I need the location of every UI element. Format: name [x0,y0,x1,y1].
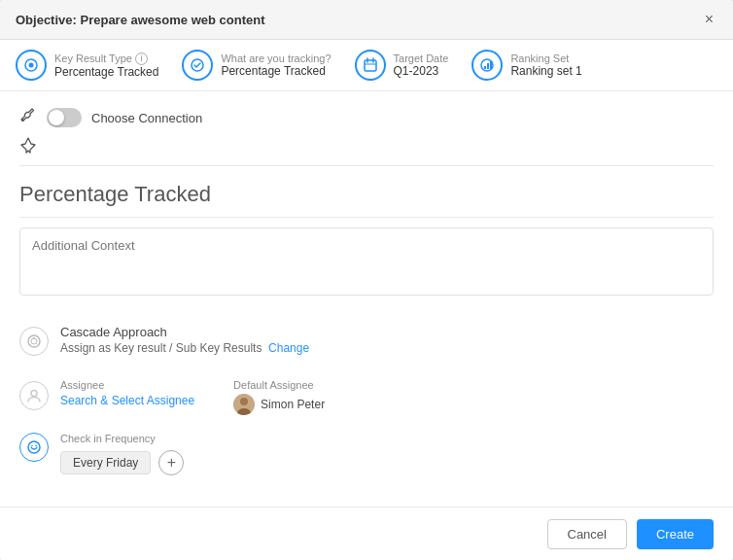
modal-footer: Cancel Create [0,507,733,560]
checkin-frequency-badge: Every Friday [60,451,151,474]
additional-context-input[interactable] [19,228,714,296]
assignee-cols: Assignee Search & Select Assignee Defaul… [60,379,325,415]
connection-label: Choose Connection [91,111,202,125]
cascade-icon [19,327,49,356]
svg-point-11 [33,337,35,339]
search-select-assignee-link[interactable]: Search & Select Assignee [60,394,194,407]
default-assignee-row: Simon Peter [233,394,325,415]
cascade-section: Cascade Approach Assign as Key result / … [19,315,714,356]
step-info-ranking-set: Ranking Set Ranking set 1 [510,52,581,78]
modal-title: Objective: Prepare awesome web content [16,13,265,27]
modal-container: Objective: Prepare awesome web content ×… [0,0,733,560]
svg-point-17 [31,445,33,447]
step-key-result-type[interactable]: Key Result Type i Percentage Tracked [16,50,158,81]
close-button[interactable]: × [701,10,717,29]
add-frequency-button[interactable]: + [158,450,184,475]
assignee-icon [19,381,49,410]
svg-point-9 [28,335,40,347]
svg-rect-5 [484,66,486,69]
step-icon-key-result-type [16,50,47,81]
checkin-section: Check in Frequency Every Friday + [19,433,714,475]
connection-toggle[interactable] [47,108,82,127]
checkin-icon [19,433,49,462]
create-button[interactable]: Create [637,519,714,549]
step-icon-what-tracking [182,50,213,81]
assignee-section: Assignee Search & Select Assignee Defaul… [19,373,714,415]
svg-point-12 [31,391,37,397]
modal-header: Objective: Prepare awesome web content × [0,0,733,40]
wrench-icon [19,107,37,128]
step-info-what-tracking: What are you tracking? Percentage Tracke… [221,52,331,78]
cascade-change-link[interactable]: Change [268,341,309,355]
checkin-info: Check in Frequency Every Friday + [60,433,184,475]
svg-point-16 [28,441,40,453]
info-icon-key-result[interactable]: i [135,52,148,65]
modal-body: Choose Connection Percentage Tracked C [0,91,733,491]
step-target-date[interactable]: Target Date Q1-2023 [355,50,449,81]
steps-bar: Key Result Type i Percentage Tracked Wha… [0,40,733,91]
divider-after-icons [19,165,714,166]
connection-row: Choose Connection [19,107,714,128]
svg-point-14 [240,398,248,405]
step-what-tracking[interactable]: What are you tracking? Percentage Tracke… [182,50,331,81]
assignee-col-primary: Assignee Search & Select Assignee [60,379,194,415]
avatar [233,394,255,415]
svg-rect-7 [490,61,492,69]
svg-point-18 [35,445,37,447]
assignee-col-default: Default Assignee Simon Peter [233,379,325,415]
checkin-row: Every Friday + [60,450,184,475]
cancel-button[interactable]: Cancel [547,519,627,549]
svg-rect-3 [365,60,376,71]
step-icon-ranking-set [471,50,503,81]
svg-point-8 [21,119,23,121]
step-info-key-result-type: Key Result Type i Percentage Tracked [54,52,158,79]
step-ranking-set[interactable]: Ranking Set Ranking set 1 [471,50,581,81]
svg-point-1 [29,63,34,68]
metric-title: Percentage Tracked [19,174,714,218]
cascade-info: Cascade Approach Assign as Key result / … [60,325,309,355]
svg-rect-6 [487,63,489,69]
step-info-target-date: Target Date Q1-2023 [394,52,449,78]
step-icon-target-date [355,50,386,81]
pin-icon [19,136,714,158]
